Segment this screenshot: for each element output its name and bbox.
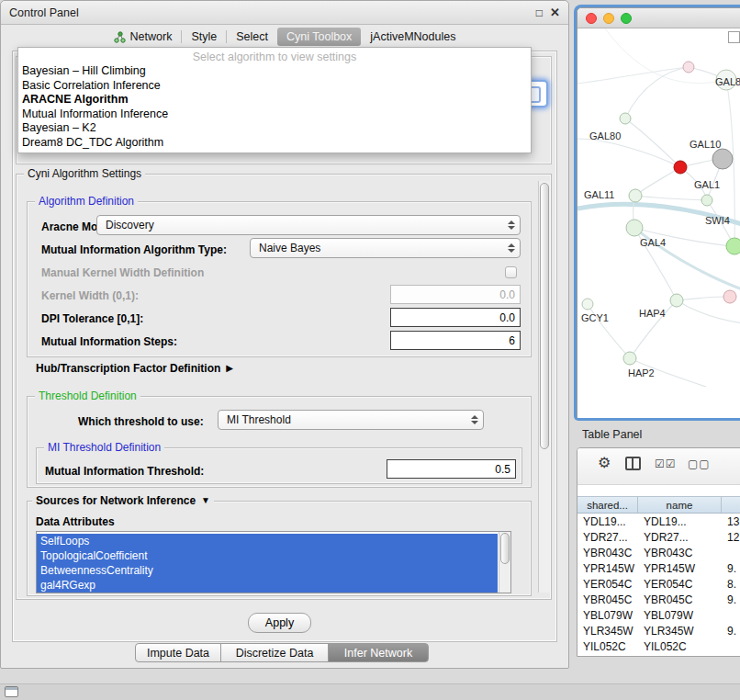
node-label: GAL80: [589, 130, 621, 141]
graph-node[interactable]: [626, 220, 643, 236]
dropdown-item-dream8[interactable]: Dream8 DC_TDC Algorithm: [18, 136, 531, 151]
list-scrollbar-thumb[interactable]: [500, 533, 510, 564]
table-toolbar: ⚙ ☑☑ ▢▢: [577, 448, 740, 485]
settings-scrollbar-thumb[interactable]: [540, 183, 549, 449]
tab-jactivemnodules[interactable]: jActiveMNodules: [361, 28, 465, 46]
table-body: YDL19... YDL19... 13 YDR27... YDR27... 1…: [577, 514, 740, 656]
deselect-all-checkboxes-icon[interactable]: ▢▢: [688, 458, 711, 469]
tab-label: Select: [236, 30, 268, 43]
network-graph[interactable]: GAL8 GAL80 GAL10 GAL1 GAL11 SWI4 GAL4 GC…: [577, 28, 740, 418]
which-threshold-select[interactable]: MI Threshold: [218, 410, 484, 430]
dropdown-item-aracne[interactable]: ARACNE Algorithm: [18, 93, 531, 107]
list-item-betweennesscentrality[interactable]: BetweennessCentrality: [37, 563, 498, 578]
mi-threshold-label: Mutual Information Threshold:: [45, 465, 204, 478]
table-row[interactable]: YIL052C YIL052C: [577, 638, 740, 654]
table-row[interactable]: YER054C YER054C 8.: [577, 576, 740, 592]
window-title: Control Panel: [9, 6, 79, 19]
table-row[interactable]: YBL079W YBL079W: [577, 607, 740, 623]
dropdown-item-bayesian-hill-climbing[interactable]: Bayesian – Hill Climbing: [18, 64, 531, 79]
list-scrollbar[interactable]: [499, 532, 510, 593]
tab-select[interactable]: Select: [227, 28, 277, 46]
bottom-tabbar: Impute Data Discretize Data Infer Networ…: [135, 643, 429, 662]
graph-node[interactable]: [670, 294, 683, 307]
scroll-corner[interactable]: [728, 31, 740, 43]
graph-node[interactable]: [701, 195, 712, 206]
columns-icon[interactable]: [625, 457, 641, 470]
table-panel-window: ⚙ ☑☑ ▢▢ shared... name YDL19... YDL19...…: [577, 447, 740, 657]
minimized-panel-icon[interactable]: [5, 686, 18, 697]
tab-discretize-data[interactable]: Discretize Data: [220, 643, 329, 662]
list-item-topologicalcoefficient[interactable]: TopologicalCoefficient: [37, 548, 498, 563]
network-view-window: GAL8 GAL80 GAL10 GAL1 GAL11 SWI4 GAL4 GC…: [577, 7, 740, 418]
graph-edges: [577, 67, 740, 387]
node-label: GAL11: [584, 189, 614, 200]
table-row[interactable]: YDR27... YDR27... 12: [577, 529, 740, 545]
manual-kernel-width-checkbox[interactable]: [505, 266, 517, 278]
graph-node[interactable]: [629, 189, 642, 202]
kernel-width-input[interactable]: [390, 285, 521, 304]
column-header-partial[interactable]: [722, 497, 740, 513]
network-icon: [114, 31, 126, 43]
list-item-gal4rgexp[interactable]: gal4RGexp: [37, 578, 498, 593]
tab-network[interactable]: Network: [105, 28, 182, 46]
aracne-mode-select[interactable]: Discovery: [96, 215, 521, 235]
graph-node-selected-red[interactable]: [674, 161, 687, 174]
table-panel-title: Table Panel: [582, 428, 642, 441]
mi-steps-input[interactable]: [390, 331, 521, 350]
table-row[interactable]: YBR043C YBR043C: [577, 545, 740, 560]
graph-node[interactable]: [726, 238, 740, 254]
mi-algorithm-type-select[interactable]: Naive Bayes: [250, 238, 521, 258]
dropdown-item-bayesian-k2[interactable]: Bayesian – K2: [18, 121, 531, 136]
gear-icon[interactable]: ⚙: [598, 456, 611, 470]
table-row[interactable]: YPR145W YPR145W 9.: [577, 560, 740, 576]
group-title: Threshold Definition: [35, 390, 140, 402]
float-window-icon[interactable]: □: [536, 7, 543, 18]
control-panel-titlebar[interactable]: Control Panel □ ✕: [1, 1, 568, 25]
stepper-icon: [507, 220, 516, 230]
mi-steps-label: Mutual Information Steps:: [41, 335, 177, 348]
zoom-traffic-light-icon[interactable]: [621, 13, 632, 24]
sources-section-toggle[interactable]: Sources for Network Inference ▼: [32, 494, 214, 507]
table-row[interactable]: YDL19... YDL19... 13: [577, 514, 740, 529]
list-item-selfloops[interactable]: SelfLoops: [37, 534, 498, 548]
dpi-tolerance-input[interactable]: [390, 308, 521, 327]
graph-node[interactable]: [623, 352, 636, 365]
dropdown-placeholder: Select algorithm to view settings: [18, 50, 531, 64]
close-traffic-light-icon[interactable]: [586, 13, 597, 24]
settings-scrollbar[interactable]: [538, 181, 550, 593]
group-title: MI Threshold Definition: [44, 441, 164, 454]
close-icon[interactable]: ✕: [550, 6, 560, 18]
table-row[interactable]: YBR045C YBR045C 9.: [577, 592, 740, 607]
node-label: GAL4: [640, 237, 666, 248]
stepper-icon: [470, 415, 479, 424]
graph-node[interactable]: [723, 290, 736, 303]
apply-button[interactable]: Apply: [248, 613, 311, 633]
graph-node[interactable]: [620, 113, 631, 124]
minimize-traffic-light-icon[interactable]: [603, 13, 614, 24]
control-panel-tabbar: Network Style Select Cyni Toolbox jActiv…: [1, 25, 568, 49]
hub-section-toggle[interactable]: Hub/Transcription Factor Definition ▶: [36, 362, 233, 375]
tab-impute-data[interactable]: Impute Data: [135, 643, 221, 662]
tab-infer-network[interactable]: Infer Network: [328, 643, 429, 662]
tab-cyni-toolbox[interactable]: Cyni Toolbox: [277, 28, 361, 46]
column-header-shared[interactable]: shared...: [577, 497, 638, 513]
algorithm-dropdown-popup: Select algorithm to view settings Bayesi…: [17, 47, 532, 153]
column-header-name[interactable]: name: [638, 497, 722, 513]
table-row[interactable]: YLR345W YLR345W 9.: [577, 623, 740, 638]
dropdown-item-basic-correlation[interactable]: Basic Correlation Inference: [18, 79, 531, 94]
graph-node[interactable]: [582, 299, 593, 310]
graph-node[interactable]: [683, 62, 694, 73]
dropdown-item-mutual-information[interactable]: Mutual Information Inference: [18, 107, 531, 122]
which-threshold-label: Which threshold to use:: [78, 415, 204, 428]
node-label: GCY1: [581, 312, 609, 323]
expand-arrow-icon: ▶: [226, 364, 233, 373]
manual-kernel-width-label: Manual Kernel Width Definition: [41, 266, 204, 279]
network-window-titlebar[interactable]: [577, 8, 740, 28]
data-attributes-list[interactable]: SelfLoops TopologicalCoefficient Between…: [36, 531, 511, 593]
network-canvas[interactable]: GAL8 GAL80 GAL10 GAL1 GAL11 SWI4 GAL4 GC…: [577, 28, 740, 418]
graph-node-gray[interactable]: [712, 149, 733, 169]
node-label: GAL10: [690, 139, 721, 150]
mi-threshold-input[interactable]: [387, 459, 516, 479]
tab-style[interactable]: Style: [182, 28, 226, 46]
select-all-checkboxes-icon[interactable]: ☑☑: [655, 458, 677, 469]
